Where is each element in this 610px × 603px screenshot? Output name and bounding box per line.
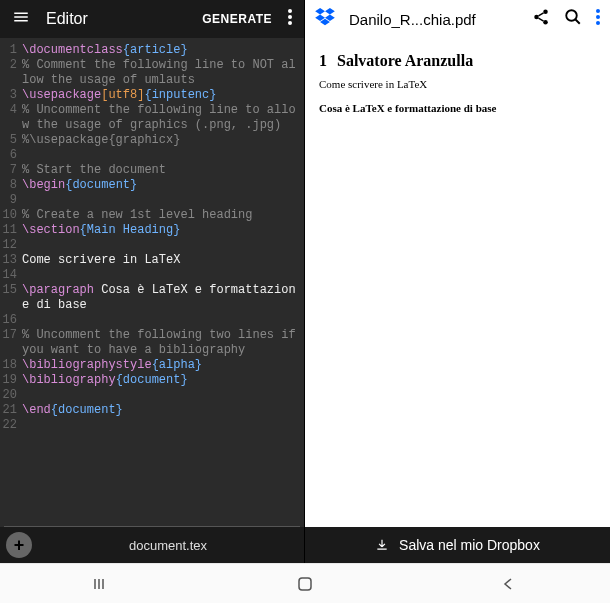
filename-label[interactable]: document.tex bbox=[32, 538, 304, 553]
code-line[interactable] bbox=[22, 388, 300, 403]
editor-title: Editor bbox=[46, 10, 186, 28]
preview-header: Danilo_R...chia.pdf bbox=[305, 0, 610, 38]
hamburger-icon[interactable] bbox=[12, 8, 30, 30]
editor-pane: Editor GENERATE 123456789101112131415161… bbox=[0, 0, 305, 563]
svg-point-1 bbox=[288, 15, 292, 19]
home-button[interactable] bbox=[295, 574, 315, 594]
code-line[interactable]: %\usepackage{graphicx} bbox=[22, 133, 300, 148]
section-title: Salvatore Aranzulla bbox=[337, 52, 473, 69]
code-line[interactable] bbox=[22, 193, 300, 208]
svg-point-3 bbox=[543, 10, 548, 15]
code-line[interactable]: \usepackage[utf8]{inputenc} bbox=[22, 88, 300, 103]
svg-point-4 bbox=[534, 15, 539, 20]
code-line[interactable] bbox=[22, 268, 300, 283]
recents-button[interactable] bbox=[92, 574, 112, 594]
code-line[interactable]: \bibliographystyle{alpha} bbox=[22, 358, 300, 373]
dropbox-icon[interactable] bbox=[315, 8, 335, 30]
code-line[interactable] bbox=[22, 238, 300, 253]
code-line[interactable] bbox=[22, 148, 300, 163]
code-line[interactable] bbox=[22, 418, 300, 433]
pdf-preview[interactable]: 1Salvatore Aranzulla Come scrivere in La… bbox=[305, 38, 610, 527]
section-number: 1 bbox=[319, 52, 327, 69]
code-line[interactable] bbox=[22, 313, 300, 328]
svg-point-9 bbox=[596, 21, 600, 25]
code-line[interactable]: \begin{document} bbox=[22, 178, 300, 193]
code-line[interactable]: \documentclass{article} bbox=[22, 43, 300, 58]
code-line[interactable]: % Uncomment the following two lines if y… bbox=[22, 328, 300, 358]
search-icon[interactable] bbox=[564, 8, 582, 30]
svg-point-6 bbox=[566, 10, 577, 21]
editor-footer: + document.tex bbox=[0, 527, 304, 563]
code-line[interactable]: % Create a new 1st level heading bbox=[22, 208, 300, 223]
share-icon[interactable] bbox=[532, 8, 550, 30]
code-line[interactable]: % Start the document bbox=[22, 163, 300, 178]
body-text: Come scrivere in LaTeX bbox=[319, 78, 596, 90]
preview-pane: Danilo_R...chia.pdf 1Salvatore Aranzulla… bbox=[305, 0, 610, 563]
svg-point-5 bbox=[543, 20, 548, 25]
code-line[interactable]: Come scrivere in LaTeX bbox=[22, 253, 300, 268]
add-file-button[interactable]: + bbox=[6, 532, 32, 558]
more-icon[interactable] bbox=[288, 9, 292, 29]
code-editor[interactable]: 12345678910111213141516171819202122 \doc… bbox=[0, 38, 304, 526]
svg-point-8 bbox=[596, 15, 600, 19]
editor-header: Editor GENERATE bbox=[0, 0, 304, 38]
save-dropbox-button[interactable]: Salva nel mio Dropbox bbox=[305, 527, 610, 563]
android-nav-bar bbox=[0, 563, 610, 603]
code-line[interactable]: % Uncomment the following line to allow … bbox=[22, 103, 300, 133]
svg-point-2 bbox=[288, 21, 292, 25]
code-line[interactable]: \paragraph Cosa è LaTeX e formattazione … bbox=[22, 283, 300, 313]
section-heading: 1Salvatore Aranzulla bbox=[319, 52, 596, 70]
paragraph-text: Cosa è LaTeX e formattazione di base bbox=[319, 102, 596, 114]
svg-point-0 bbox=[288, 9, 292, 13]
code-line[interactable]: \section{Main Heading} bbox=[22, 223, 300, 238]
more-icon[interactable] bbox=[596, 9, 600, 29]
save-label: Salva nel mio Dropbox bbox=[399, 537, 540, 553]
code-line[interactable]: % Comment the following line to NOT allo… bbox=[22, 58, 300, 88]
back-button[interactable] bbox=[498, 574, 518, 594]
preview-filename: Danilo_R...chia.pdf bbox=[349, 11, 518, 28]
code-line[interactable]: \bibliography{document} bbox=[22, 373, 300, 388]
svg-point-7 bbox=[596, 9, 600, 13]
svg-rect-10 bbox=[299, 578, 311, 590]
code-line[interactable]: \end{document} bbox=[22, 403, 300, 418]
generate-button[interactable]: GENERATE bbox=[202, 12, 272, 26]
